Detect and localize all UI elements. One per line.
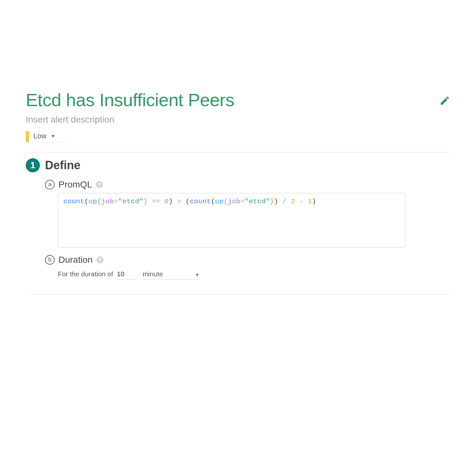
chevron-down-icon: ▼: [51, 133, 55, 139]
alert-description-input[interactable]: Insert alert description: [26, 114, 450, 125]
step-number-badge: 1: [26, 158, 40, 172]
help-icon[interactable]: ?: [96, 181, 103, 188]
alert-title[interactable]: Etcd has Insufficient Peers: [26, 90, 234, 110]
alert-header: Etcd has Insufficient Peers: [26, 90, 450, 110]
section-divider: [26, 294, 450, 295]
duration-sub-badge: b: [45, 255, 55, 265]
section-divider: [26, 152, 450, 152]
promql-header: a PromQL ?: [45, 179, 450, 190]
pencil-icon[interactable]: [439, 95, 450, 106]
promql-sub-badge: a: [45, 180, 55, 189]
step-title: Define: [45, 158, 80, 172]
chevron-down-icon: ▼: [195, 272, 199, 277]
promql-subsection: a PromQL ? count(up{job="etcd"} == 0) > …: [45, 179, 450, 248]
duration-value-input[interactable]: [116, 269, 136, 279]
define-section-header: 1 Define: [26, 158, 450, 172]
duration-prefix-label: For the duration of: [58, 270, 113, 278]
duration-subsection: b Duration ? For the duration of minute …: [45, 255, 450, 279]
severity-row: Low ▼: [26, 131, 450, 142]
severity-label: Low: [33, 132, 46, 140]
duration-unit-label: minute: [143, 270, 163, 278]
duration-header: b Duration ?: [45, 255, 450, 265]
help-icon[interactable]: ?: [96, 256, 104, 263]
promql-label: PromQL: [59, 179, 92, 190]
severity-dropdown[interactable]: Low ▼: [33, 131, 65, 142]
duration-unit-dropdown[interactable]: minute ▼: [142, 269, 200, 279]
severity-color-indicator: [26, 131, 29, 142]
promql-editor[interactable]: count(up{job="etcd"} == 0) > (count(up{j…: [58, 193, 405, 248]
duration-row: For the duration of minute ▼: [58, 269, 450, 279]
duration-label: Duration: [59, 255, 93, 265]
